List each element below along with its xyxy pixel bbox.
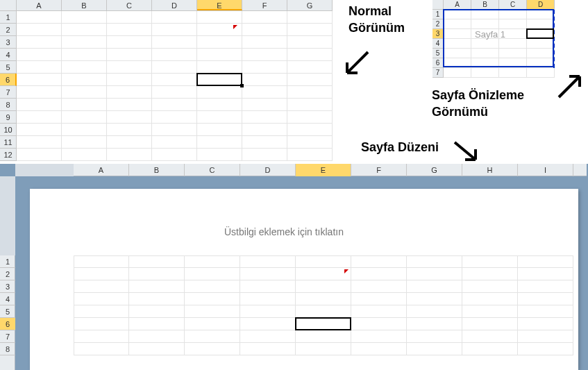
col-header-e[interactable]: E — [296, 164, 351, 176]
row-header[interactable]: 6 — [0, 318, 15, 330]
row-header[interactable]: 7 — [0, 330, 15, 343]
col-header-c[interactable]: C — [107, 0, 152, 10]
col-header-i[interactable]: I — [518, 164, 573, 176]
col-header-g[interactable]: G — [287, 0, 333, 10]
col-header-d[interactable]: D — [527, 0, 555, 10]
row-header[interactable]: 5 — [432, 49, 444, 58]
label-preview-view: Sayfa ÖnizlemeGörnümü — [432, 87, 524, 120]
col-header-a[interactable]: A — [17, 0, 62, 10]
page-break-preview: A B C D 1 2 3 4 5 6 7 Sayfa 1 — [432, 0, 557, 10]
row-header[interactable]: 2 — [0, 24, 17, 36]
row-header[interactable]: 6 — [432, 58, 444, 68]
row-header[interactable]: 6 — [0, 74, 17, 86]
label-normal-view: NormalGörünüm — [348, 3, 405, 36]
col-header-g[interactable]: G — [407, 164, 462, 176]
row-header[interactable]: 9 — [0, 111, 17, 124]
row-header[interactable]: 2 — [0, 268, 15, 280]
header-placeholder[interactable]: Üstbilgi eklemek için tıklatın — [224, 226, 344, 237]
row-header[interactable]: 3 — [0, 280, 15, 293]
comment-indicator-icon — [233, 25, 237, 29]
col-header-b[interactable]: B — [62, 0, 107, 10]
row-header[interactable]: 1 — [0, 255, 15, 268]
row-header[interactable]: 10 — [0, 124, 17, 136]
row-header[interactable]: 1 — [0, 11, 17, 24]
col-header-e[interactable]: E — [197, 0, 242, 10]
arrow-icon — [451, 139, 486, 167]
select-all-corner[interactable] — [0, 0, 17, 10]
pbp-cells[interactable]: Sayfa 1 — [444, 10, 555, 78]
arrow-icon — [340, 49, 375, 83]
row-header[interactable]: 7 — [0, 86, 17, 99]
row-header[interactable]: 4 — [0, 49, 17, 61]
col-header-d[interactable]: D — [240, 164, 296, 176]
pbp-column-headers: A B C D — [432, 0, 557, 10]
row-header[interactable]: 4 — [432, 39, 444, 49]
row-header[interactable]: 1 — [432, 10, 444, 19]
normal-cells[interactable] — [17, 11, 333, 161]
row-header[interactable]: 8 — [0, 343, 15, 355]
col-header-d[interactable]: D — [152, 0, 197, 10]
col-header-f[interactable]: F — [242, 0, 287, 10]
col-header-b[interactable]: B — [129, 164, 185, 176]
col-header-h[interactable]: H — [462, 164, 518, 176]
row-header[interactable]: 7 — [432, 68, 444, 78]
comment-indicator-icon — [344, 269, 348, 274]
row-header[interactable]: 3 — [0, 36, 17, 49]
layout-cells[interactable] — [74, 255, 573, 355]
page: Üstbilgi eklemek için tıklatın — [30, 189, 578, 370]
row-header[interactable]: 8 — [0, 99, 17, 111]
col-header-a[interactable]: A — [74, 164, 129, 176]
pbp-row-headers: 1 2 3 4 5 6 7 — [432, 10, 444, 78]
page-layout-view: A B C D E F G H I 1 2 3 4 5 6 7 8 Üstbil… — [0, 164, 588, 370]
select-all-corner[interactable] — [432, 0, 444, 10]
row-header[interactable]: 2 — [432, 19, 444, 29]
normal-view: A B C D E F G 1 2 3 4 5 6 7 8 9 10 11 12 — [0, 0, 333, 11]
row-header[interactable]: 12 — [0, 149, 17, 161]
col-header-c[interactable]: C — [499, 0, 527, 10]
row-header[interactable]: 4 — [0, 293, 15, 305]
col-header-c[interactable]: C — [185, 164, 240, 176]
col-header-a[interactable]: A — [444, 0, 471, 10]
arrow-icon — [555, 69, 587, 101]
row-header[interactable]: 11 — [0, 136, 17, 149]
horizontal-ruler: A B C D E F G H I — [15, 164, 587, 176]
normal-column-headers: A B C D E F G — [0, 0, 333, 11]
col-header-f[interactable]: F — [351, 164, 407, 176]
row-header[interactable]: 5 — [0, 61, 17, 74]
col-header-b[interactable]: B — [471, 0, 499, 10]
normal-row-headers: 1 2 3 4 5 6 7 8 9 10 11 12 — [0, 11, 17, 161]
row-header[interactable]: 5 — [0, 305, 15, 318]
label-layout-view: Sayfa Düzeni — [361, 139, 439, 155]
row-header[interactable]: 3 — [432, 29, 444, 39]
vertical-ruler: 1 2 3 4 5 6 7 8 — [0, 176, 15, 370]
fill-handle[interactable] — [240, 84, 244, 87]
